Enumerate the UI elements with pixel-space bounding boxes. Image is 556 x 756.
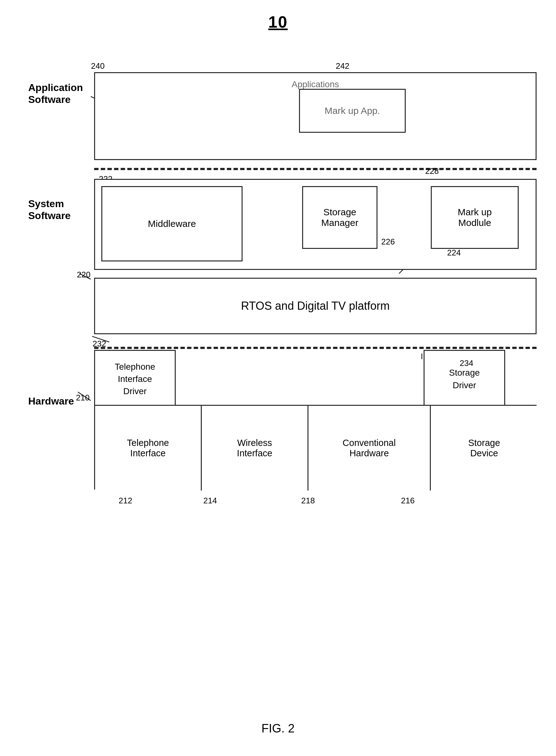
ref-224: 224	[447, 248, 461, 257]
wireless-interface-label: Wireless Interface	[237, 438, 272, 458]
storage-driver-label: Storage Driver	[449, 367, 480, 391]
ref-232: 232	[93, 339, 106, 349]
ref-226: 226	[381, 237, 395, 247]
middleware-label: Middleware	[148, 218, 196, 229]
ref-214: 214	[203, 496, 217, 506]
conventional-hardware-box: Conventional Hardware	[308, 406, 431, 490]
ref-234: 234	[460, 358, 473, 368]
ref-228: 228	[425, 166, 439, 176]
telephone-interface-box: Telephone Interface	[95, 406, 202, 490]
diagram: ApplicationSoftware 240 242 Applications…	[25, 44, 531, 703]
hardware-label: Hardware	[28, 396, 74, 407]
markup-app-label: Mark up App.	[325, 105, 380, 116]
hardware-outer-box: Telephone Interface Wireless Interface C…	[94, 405, 536, 489]
telephone-driver-label: Telephone Interface Driver	[114, 360, 155, 398]
markup-module-box: Mark up Modlule	[431, 186, 519, 249]
ref-220: 220	[77, 270, 90, 280]
storage-device-box: Storage Device	[431, 406, 537, 490]
ref-216: 216	[401, 496, 415, 506]
ref-218: 218	[301, 496, 315, 506]
page: 10	[0, 0, 556, 756]
markup-app-box: Mark up App.	[299, 89, 406, 133]
figure-number: 10	[25, 12, 531, 31]
dashed-separator-2	[94, 347, 536, 349]
ref-210: 210	[76, 393, 90, 403]
telephone-interface-label: Telephone Interface	[127, 438, 169, 458]
conventional-hardware-label: Conventional Hardware	[343, 438, 396, 458]
middleware-box: Middleware	[101, 186, 243, 262]
app-software-outer-box: Applications Mark up App.	[94, 72, 536, 160]
rtos-box: RTOS and Digital TV platform	[94, 278, 536, 334]
telephone-driver-box: Telephone Interface Driver	[94, 350, 176, 408]
system-software-label: SystemSoftware	[28, 198, 71, 222]
applications-label: Applications	[292, 79, 339, 90]
storage-manager-label: Storage Manager	[321, 207, 358, 228]
storage-manager-box: Storage Manager	[302, 186, 378, 249]
ref-212: 212	[118, 496, 132, 506]
dashed-separator-1	[94, 168, 536, 170]
fig-caption: FIG. 2	[25, 722, 531, 735]
markup-module-label: Mark up Modlule	[458, 207, 492, 228]
ref-240: 240	[91, 61, 104, 71]
system-software-outer-box: Middleware Storage Manager Mark up Modlu…	[94, 179, 536, 270]
ref-242: 242	[336, 61, 349, 71]
app-software-label: ApplicationSoftware	[28, 81, 83, 106]
wireless-interface-box: Wireless Interface	[202, 406, 308, 490]
rtos-label: RTOS and Digital TV platform	[241, 299, 390, 313]
storage-device-label: Storage Device	[468, 438, 500, 458]
